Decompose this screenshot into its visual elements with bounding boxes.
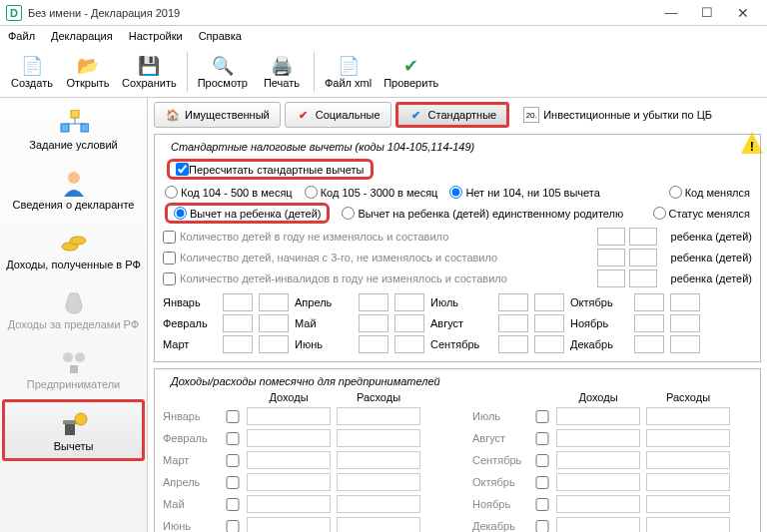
toolbar-open-button[interactable]: 📂 Открыть [60, 48, 116, 96]
ent-feb-chk[interactable] [225, 432, 241, 445]
sidebar-item-conditions[interactable]: Задание условий [2, 100, 145, 158]
children-count-3-input-b[interactable] [629, 269, 657, 287]
month-jun-inp1[interactable] [359, 335, 388, 353]
children-count-1-input-b[interactable] [629, 228, 657, 246]
ent-jun-chk[interactable] [225, 520, 241, 533]
children-count-1-checkbox[interactable] [163, 231, 176, 244]
ent-mar-income[interactable] [247, 451, 331, 469]
menu-help[interactable]: Справка [195, 28, 246, 44]
month-nov-inp1[interactable] [634, 314, 664, 332]
tab-standard[interactable]: ✔ Стандартные [395, 102, 510, 128]
month-may-inp1[interactable] [359, 314, 388, 332]
radio-code104[interactable] [165, 186, 178, 199]
month-apr-inp1[interactable] [359, 293, 388, 311]
month-feb-inp2[interactable] [259, 314, 289, 332]
month-jul-inp2[interactable] [534, 293, 564, 311]
ent-jul-income[interactable] [556, 407, 640, 425]
month-jun-inp2[interactable] [394, 335, 424, 353]
month-aug-inp1[interactable] [498, 314, 528, 332]
ent-nov-expense[interactable] [646, 495, 730, 513]
ent-nov-chk[interactable] [534, 498, 550, 511]
toolbar-check-button[interactable]: ✔ Проверить [378, 48, 444, 96]
sidebar-item-income-abroad[interactable]: Доходы за пределами РФ [2, 279, 145, 337]
month-oct-inp2[interactable] [670, 293, 700, 311]
month-jan-inp1[interactable] [223, 293, 253, 311]
ent-jan-income[interactable] [247, 407, 331, 425]
month-dec-inp2[interactable] [670, 335, 700, 353]
radio-child-single[interactable] [342, 207, 355, 220]
radio-status-changed[interactable] [653, 207, 666, 220]
toolbar-save-button[interactable]: 💾 Сохранить [116, 48, 183, 96]
month-dec-inp1[interactable] [634, 335, 664, 353]
month-sep-inp2[interactable] [534, 335, 564, 353]
ent-may-chk[interactable] [225, 498, 241, 511]
minimize-button[interactable]: — [653, 2, 689, 24]
ent-nov-income[interactable] [556, 495, 640, 513]
month-sep-inp1[interactable] [498, 335, 528, 353]
ent-sep-chk[interactable] [534, 454, 550, 467]
ent-may-expense[interactable] [337, 495, 420, 513]
month-jul-inp1[interactable] [498, 293, 528, 311]
ent-aug-expense[interactable] [646, 429, 730, 447]
children-count-3-input-a[interactable] [597, 269, 625, 287]
radio-code-changed[interactable] [669, 186, 682, 199]
ent-jul-chk[interactable] [534, 410, 550, 423]
month-mar-inp1[interactable] [223, 335, 253, 353]
sidebar-item-declarant[interactable]: Сведения о декларанте [2, 160, 145, 218]
menu-declaration[interactable]: Декларация [47, 28, 117, 44]
children-count-3-checkbox[interactable] [163, 272, 176, 285]
toolbar-create-button[interactable]: 📄 Создать [4, 48, 60, 96]
toolbar-preview-button[interactable]: 🔍 Просмотр [192, 48, 254, 96]
tab-invest[interactable]: 20. Инвестиционные и убытки по ЦБ [513, 102, 722, 128]
month-oct-inp1[interactable] [634, 293, 664, 311]
ent-dec-income[interactable] [556, 517, 640, 532]
ent-jun-income[interactable] [247, 517, 331, 532]
sidebar-item-income-rf[interactable]: Доходы, полученные в РФ [2, 220, 145, 277]
ent-dec-chk[interactable] [534, 520, 550, 533]
sidebar-item-deductions[interactable]: Вычеты [2, 399, 145, 461]
tab-social[interactable]: ✔ Социальные [285, 102, 391, 128]
ent-apr-chk[interactable] [225, 476, 241, 489]
month-jan-inp2[interactable] [259, 293, 289, 311]
ent-aug-chk[interactable] [534, 432, 550, 445]
month-apr-inp2[interactable] [394, 293, 424, 311]
ent-jan-chk[interactable] [225, 410, 241, 423]
children-count-2-input-a[interactable] [597, 249, 625, 266]
ent-jul-expense[interactable] [646, 407, 730, 425]
month-nov-inp2[interactable] [670, 314, 700, 332]
sidebar-item-entrepreneurs[interactable]: Предприниматели [2, 339, 145, 397]
ent-feb-expense[interactable] [337, 429, 420, 447]
ent-oct-income[interactable] [556, 473, 640, 491]
ent-mar-expense[interactable] [337, 451, 420, 469]
ent-apr-expense[interactable] [337, 473, 420, 491]
maximize-button[interactable]: ☐ [689, 2, 725, 24]
radio-child[interactable] [174, 207, 187, 220]
ent-oct-expense[interactable] [646, 473, 730, 491]
month-feb-inp1[interactable] [223, 314, 253, 332]
month-mar-inp2[interactable] [259, 335, 289, 353]
children-count-1-input-a[interactable] [597, 228, 625, 246]
children-count-2-checkbox[interactable] [163, 252, 176, 265]
children-count-2-input-b[interactable] [629, 249, 657, 266]
toolbar-filexml-button[interactable]: 📄 Файл xml [319, 48, 378, 96]
ent-mar-chk[interactable] [225, 454, 241, 467]
month-aug-inp2[interactable] [534, 314, 564, 332]
month-may-inp2[interactable] [394, 314, 424, 332]
menu-file[interactable]: Файл [4, 28, 39, 44]
ent-oct-chk[interactable] [534, 476, 550, 489]
ent-may-income[interactable] [247, 495, 331, 513]
toolbar-print-button[interactable]: 🖨️ Печать [254, 48, 310, 96]
ent-jan-expense[interactable] [337, 407, 420, 425]
ent-sep-expense[interactable] [646, 451, 730, 469]
menu-settings[interactable]: Настройки [125, 28, 187, 44]
close-button[interactable]: ✕ [725, 2, 761, 24]
ent-dec-expense[interactable] [646, 517, 730, 532]
ent-sep-income[interactable] [556, 451, 640, 469]
ent-jun-expense[interactable] [337, 517, 420, 532]
ent-feb-income[interactable] [247, 429, 331, 447]
tab-property[interactable]: 🏠 Имущественный [154, 102, 281, 128]
recalc-checkbox[interactable] [176, 163, 189, 176]
ent-apr-income[interactable] [247, 473, 331, 491]
radio-no104105[interactable] [449, 186, 462, 199]
ent-aug-income[interactable] [556, 429, 640, 447]
